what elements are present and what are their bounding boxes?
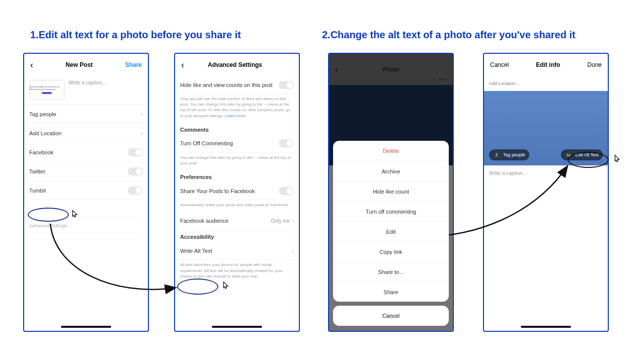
chevron-right-icon: › xyxy=(69,223,70,228)
home-indicator xyxy=(61,326,111,328)
toggle-facebook[interactable] xyxy=(128,148,143,156)
row-write-alt-text[interactable]: Write Alt Text› xyxy=(175,242,299,260)
option-share[interactable]: Share xyxy=(333,282,449,302)
toggle-share-fb[interactable] xyxy=(279,187,294,195)
caption-input[interactable]: Write a caption... xyxy=(484,165,608,181)
row-facebook-audience[interactable]: Facebook audience Only me› xyxy=(175,212,299,230)
commenting-note: You can change this later by going to th… xyxy=(175,153,299,170)
edit-alt-text-pill[interactable]: Aa Edit Alt Text xyxy=(561,149,603,160)
option-copy-link[interactable]: Copy link xyxy=(333,241,449,261)
phone-new-post: ‹ New Post Share AI-Powered Alt Text Gen… xyxy=(23,53,149,332)
pill-label: Tag people xyxy=(503,152,525,157)
pill-label: Edit Alt Text xyxy=(575,152,599,157)
post-thumbnail[interactable]: AI-Powered Alt Text Generator for Effort… xyxy=(29,80,64,100)
share-fb-note: Automatically share your photo and video… xyxy=(175,200,299,212)
phone-post-actions: ‹ Posts ••• Delete Archive Hide like cou… xyxy=(328,53,454,332)
phone-edit-info: Cancel Edit info Done Add Location... Ta… xyxy=(483,53,609,332)
learn-more-link[interactable]: Learn more xyxy=(225,114,246,118)
row-tag-people[interactable]: Tag people› xyxy=(24,105,148,124)
row-label: Twitter xyxy=(29,168,45,174)
option-share-to[interactable]: Share to... xyxy=(333,261,449,282)
row-label: Tag people xyxy=(29,111,56,117)
toggle-commenting[interactable] xyxy=(279,139,294,147)
svg-point-0 xyxy=(496,153,498,155)
toggle-hide-counts[interactable] xyxy=(279,81,294,89)
cancel-button[interactable]: Cancel xyxy=(333,306,449,326)
row-share-facebook[interactable]: Share Your Posts to Facebook xyxy=(175,182,299,200)
chevron-right-icon: › xyxy=(141,130,143,137)
row-turn-off-commenting[interactable]: Turn Off Commenting xyxy=(175,135,299,153)
back-icon[interactable]: ‹ xyxy=(30,60,33,70)
row-hide-counts[interactable]: Hide like and view counts on this post xyxy=(175,76,299,94)
row-label: Write Alt Text xyxy=(180,248,212,254)
row-label: Share Your Posts to Facebook xyxy=(180,188,255,194)
option-hide-like-count[interactable]: Hide like count xyxy=(333,181,449,201)
row-facebook[interactable]: Facebook xyxy=(24,143,148,162)
section-accessibility: Accessibility xyxy=(175,230,299,242)
share-button[interactable]: Share xyxy=(125,61,142,68)
post-photo: Tag people Aa Edit Alt Text xyxy=(484,91,608,165)
page-title: New Post xyxy=(65,61,93,68)
option-turn-off-comment[interactable]: Turn off commenting xyxy=(333,201,449,221)
row-label: Facebook audience xyxy=(180,218,228,224)
step-1-heading: 1.Edit alt text for a photo before you s… xyxy=(30,29,241,41)
chevron-right-icon: › xyxy=(292,217,294,224)
step-2-heading: 2.Change the alt text of a photo after y… xyxy=(322,29,576,41)
write-alt-note: Alt text describes your photos for peopl… xyxy=(175,260,299,283)
home-indicator xyxy=(521,326,571,328)
row-label: Turn Off Commenting xyxy=(180,140,233,146)
action-sheet: Delete Archive Hide like count Turn off … xyxy=(333,141,449,302)
back-icon[interactable]: ‹ xyxy=(181,60,184,70)
hide-counts-note: Only you will see the total number of li… xyxy=(175,94,299,123)
toggle-twitter[interactable] xyxy=(128,167,143,175)
option-edit[interactable]: Edit xyxy=(333,221,449,241)
row-label: Facebook xyxy=(29,149,53,155)
chevron-right-icon: › xyxy=(292,247,294,254)
row-twitter[interactable]: Twitter xyxy=(24,162,148,181)
row-label: Hide like and view counts on this post xyxy=(180,82,272,88)
row-label: Tumblr xyxy=(29,188,46,194)
page-title: Advanced Settings xyxy=(208,61,262,68)
page-title: Edit info xyxy=(536,61,560,68)
row-label: Add Location xyxy=(29,130,61,136)
cancel-button[interactable]: Cancel xyxy=(490,61,509,68)
phone-advanced-settings: ‹ Advanced Settings Hide like and view c… xyxy=(174,53,300,332)
option-delete[interactable]: Delete xyxy=(333,141,449,161)
person-icon xyxy=(493,151,500,158)
cursor-icon xyxy=(612,154,622,166)
chevron-right-icon: › xyxy=(141,111,143,118)
option-archive[interactable]: Archive xyxy=(333,161,449,181)
caption-input[interactable]: Write a caption... xyxy=(68,80,106,100)
row-advanced-settings[interactable]: Advanced Settings› xyxy=(24,218,148,233)
alt-text-icon: Aa xyxy=(565,151,572,158)
done-button[interactable]: Done xyxy=(587,61,602,68)
row-tumblr[interactable]: Tumblr xyxy=(24,181,148,200)
row-label: Advanced Settings xyxy=(29,223,67,228)
thumbnail-caption: AI-Powered Alt Text Generator for Effort… xyxy=(30,86,64,91)
row-add-location[interactable]: Add Location... xyxy=(484,76,608,91)
home-indicator xyxy=(212,326,262,328)
toggle-tumblr[interactable] xyxy=(128,187,143,195)
tag-people-pill[interactable]: Tag people xyxy=(489,149,529,160)
section-preferences: Preferences xyxy=(175,170,299,182)
row-value: Only me xyxy=(271,218,290,224)
section-comments: Comments xyxy=(175,123,299,135)
row-add-location[interactable]: Add Location› xyxy=(24,124,148,143)
